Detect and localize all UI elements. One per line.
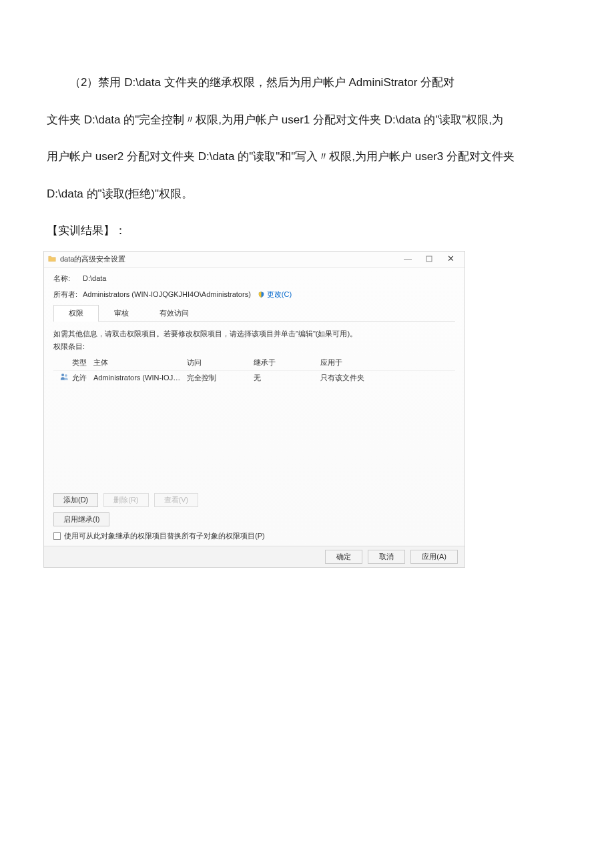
replace-checkbox[interactable] — [53, 532, 61, 540]
entry-buttons-row: 添加(D) 删除(R) 查看(V) — [53, 493, 455, 507]
svg-point-1 — [61, 374, 64, 376]
doc-paragraph: 文件夹 D:\data 的"完全控制〃权限,为用户帐户 user1 分配对文件夹… — [47, 104, 567, 136]
svg-rect-0 — [426, 256, 432, 262]
folder-icon — [48, 255, 56, 263]
ok-button[interactable]: 确定 — [325, 550, 362, 564]
apply-button[interactable]: 应用(A) — [410, 550, 458, 564]
doc-paragraph: 用户帐户 user2 分配对文件夹 D:\data 的"读取"和"写入〃权限,为… — [47, 141, 567, 173]
permissions-list[interactable]: 允许 Administrators (WIN-IOJQGKJHI... 完全控制… — [53, 371, 455, 488]
result-section-title: 【实训结果】： — [47, 215, 567, 247]
col-principal-header: 主体 — [93, 357, 187, 369]
minimize-button[interactable]: — — [398, 252, 418, 266]
name-label: 名称: — [53, 273, 83, 285]
svg-point-2 — [65, 374, 67, 377]
name-row: 名称: D:\data — [53, 273, 455, 285]
change-link-text: 更改(C) — [267, 290, 292, 298]
close-button[interactable]: ✕ — [440, 252, 460, 266]
row-inherited: 无 — [254, 372, 320, 385]
row-access: 完全控制 — [187, 372, 254, 385]
doc-paragraph: （2）禁用 D:\data 文件夹的继承权限，然后为用户帐户 AdminiStr… — [47, 67, 567, 99]
tab-permissions[interactable]: 权限 — [53, 305, 99, 322]
tab-content-permissions: 如需其他信息，请双击权限项目。若要修改权限项目，请选择该项目并单击"编辑"(如果… — [53, 326, 455, 542]
col-inherited-header: 继承于 — [254, 357, 320, 369]
row-type: 允许 — [72, 372, 93, 385]
tabs: 权限 审核 有效访问 — [53, 304, 455, 322]
table-row[interactable]: 允许 Administrators (WIN-IOJQGKJHI... 完全控制… — [53, 371, 455, 386]
row-principal: Administrators (WIN-IOJQGKJHI... — [93, 372, 187, 385]
col-type-header: 类型 — [72, 357, 93, 369]
entries-label: 权限条目: — [53, 341, 455, 353]
maximize-button[interactable] — [419, 252, 439, 266]
dialog-body: 名称: D:\data 所有者: Administrators (WIN-IOJ… — [44, 268, 465, 546]
replace-checkbox-label: 使用可从此对象继承的权限项目替换所有子对象的权限项目(P) — [64, 530, 265, 542]
view-button: 查看(V) — [154, 493, 199, 507]
doc-paragraph: D:\data 的"读取(拒绝)"权限。 — [47, 178, 567, 210]
owner-label: 所有者: — [53, 289, 83, 301]
dialog-title: data的高级安全设置 — [60, 254, 396, 266]
enable-inheritance-button[interactable]: 启用继承(I) — [53, 512, 109, 526]
name-value: D:\data — [83, 273, 106, 285]
change-owner-link[interactable]: 更改(C) — [258, 289, 292, 301]
shield-icon — [258, 290, 265, 298]
owner-row: 所有者: Administrators (WIN-IOJQGKJHI4O\Adm… — [53, 289, 455, 301]
tab-effective-access[interactable]: 有效访问 — [144, 305, 204, 322]
add-button[interactable]: 添加(D) — [53, 493, 98, 507]
inherit-button-row: 启用继承(I) — [53, 512, 455, 526]
col-icon-header — [60, 357, 72, 369]
dialog-footer: 确定 取消 应用(A) — [44, 546, 465, 567]
col-access-header: 访问 — [187, 357, 254, 369]
permissions-list-header: 类型 主体 访问 继承于 应用于 — [53, 356, 455, 371]
col-applies-header: 应用于 — [320, 357, 455, 369]
owner-value: Administrators (WIN-IOJQGKJHI4O\Administ… — [83, 289, 251, 301]
cancel-button[interactable]: 取消 — [368, 550, 405, 564]
row-principal-icon — [60, 372, 72, 385]
row-applies: 只有该文件夹 — [320, 372, 455, 385]
remove-button: 删除(R) — [103, 493, 148, 507]
tab-audit[interactable]: 审核 — [99, 305, 144, 322]
hint-text: 如需其他信息，请双击权限项目。若要修改权限项目，请选择该项目并单击"编辑"(如果… — [53, 328, 455, 340]
replace-checkbox-row: 使用可从此对象继承的权限项目替换所有子对象的权限项目(P) — [53, 530, 455, 542]
dialog-titlebar: data的高级安全设置 — ✕ — [44, 252, 465, 268]
advanced-security-dialog: data的高级安全设置 — ✕ 名称: D:\data 所有者: Adminis… — [43, 251, 465, 568]
